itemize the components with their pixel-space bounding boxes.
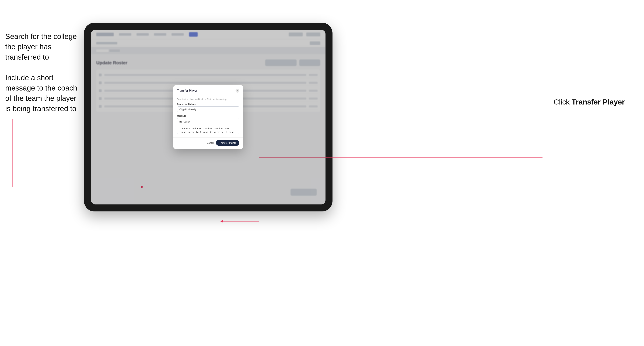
tablet-screen: Update Roster	[91, 30, 326, 204]
modal-overlay: Transfer Player ✕ Transfer the player an…	[91, 30, 326, 204]
annotation-right-prefix: Click	[554, 98, 572, 106]
search-college-input[interactable]	[177, 106, 240, 112]
modal-footer: Cancel Transfer Player	[173, 137, 243, 149]
modal-header: Transfer Player ✕	[173, 85, 243, 95]
cancel-button[interactable]: Cancel	[207, 142, 214, 144]
transfer-player-button[interactable]: Transfer Player	[216, 140, 240, 146]
tablet-frame: Update Roster	[84, 23, 332, 211]
search-college-label: Search for College	[177, 103, 240, 105]
right-annotation: Click Transfer Player	[554, 98, 625, 106]
message-textarea[interactable]	[177, 118, 240, 134]
transfer-player-modal: Transfer Player ✕ Transfer the player an…	[173, 85, 243, 149]
svg-marker-6	[220, 220, 222, 222]
modal-subtitle: Transfer the player and their profile to…	[177, 98, 240, 100]
annotation-right-bold: Transfer Player	[572, 98, 625, 106]
modal-title: Transfer Player	[177, 89, 198, 92]
modal-body: Transfer the player and their profile to…	[173, 95, 243, 137]
modal-close-button[interactable]: ✕	[236, 89, 240, 93]
left-annotation: Search for the college the player has tr…	[5, 31, 79, 124]
annotation-text-1: Search for the college the player has tr…	[5, 31, 79, 62]
annotation-text-2: Include a short message to the coach of …	[5, 73, 79, 114]
message-label: Message	[177, 115, 240, 117]
